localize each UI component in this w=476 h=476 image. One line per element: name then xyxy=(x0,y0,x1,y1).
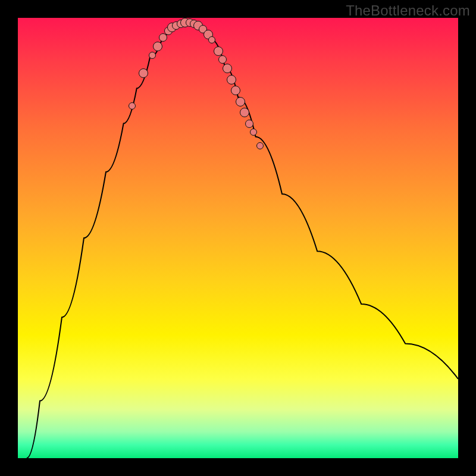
data-marker xyxy=(231,86,240,95)
data-marker xyxy=(223,64,232,73)
plot-area xyxy=(18,18,458,458)
watermark-text: TheBottleneck.com xyxy=(346,2,470,19)
data-marker xyxy=(245,120,253,128)
data-marker xyxy=(208,36,215,43)
data-marker xyxy=(153,42,162,51)
data-marker xyxy=(240,108,249,117)
data-marker xyxy=(149,52,156,59)
data-marker xyxy=(214,46,223,56)
bottleneck-curve xyxy=(18,18,458,458)
data-marker xyxy=(139,68,148,78)
data-marker xyxy=(250,129,257,136)
data-marker xyxy=(129,102,136,109)
data-marker xyxy=(227,75,236,84)
data-marker xyxy=(256,142,264,149)
data-marker xyxy=(218,55,227,64)
chart-frame: TheBottleneck.com xyxy=(0,0,476,476)
data-marker xyxy=(236,97,245,107)
